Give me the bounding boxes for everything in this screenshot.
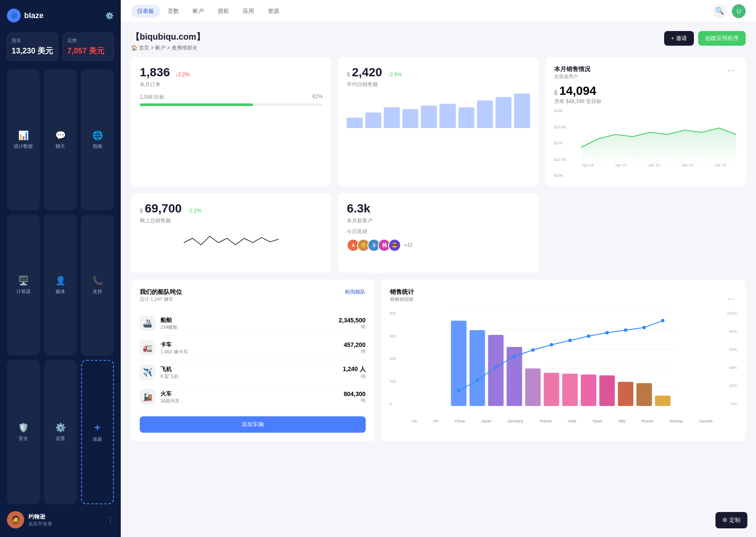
user-more-icon[interactable]: ⋮	[107, 516, 114, 524]
fleet-name-ship: 船舶	[160, 316, 333, 324]
customize-button[interactable]: ⚙ 定制	[715, 512, 747, 528]
avg-sales-value: 2,420	[352, 66, 382, 79]
fleet-link[interactable]: 检阅舰队	[345, 288, 366, 296]
svg-point-28	[624, 328, 627, 332]
monthly-sales-sub-text: 另有 $48,346 至目标	[554, 98, 737, 105]
sidebar-settings-icon[interactable]: ⚙️	[105, 12, 114, 20]
topnav-actions: 🔍 U	[713, 4, 746, 18]
sidebar-item-stats[interactable]: 📊 统计数据	[7, 69, 40, 210]
sidebar-item-media[interactable]: 👤 媒体	[44, 215, 77, 356]
tab-auth[interactable]: 授权	[212, 5, 235, 18]
tab-resources[interactable]: 资源	[262, 5, 285, 18]
avg-sales-change: ↑2.6%	[388, 72, 402, 78]
sidebar-item-guide[interactable]: 🌐 指南	[81, 69, 114, 210]
svg-rect-14	[580, 375, 596, 406]
monthly-sales-more[interactable]: ⋯	[725, 66, 737, 75]
fleet-value-plane: 1,240 人 吨	[343, 365, 366, 380]
fleet-unit-ship: 吨	[339, 324, 365, 330]
fleet-info-plane: 飞机 8 架飞机	[160, 365, 338, 380]
logo-mark: 🔵	[7, 9, 21, 22]
fleet-info-truck: 卡车 1,460 辆卡车	[160, 341, 339, 355]
monthly-sales-value: 14,094	[559, 84, 596, 97]
search-button[interactable]: 🔍	[713, 4, 727, 18]
bar-8	[477, 100, 493, 128]
target-pct: 62%	[312, 94, 323, 101]
ship-icon: 🚢	[140, 315, 155, 331]
user-name: 约翰逊	[28, 513, 103, 521]
monthly-sales-value-wrap: $ 14,094	[554, 84, 737, 98]
tab-dashboard[interactable]: 仪表板	[131, 5, 160, 18]
tab-accounts[interactable]: 帐户	[187, 5, 210, 18]
progress-fill	[140, 103, 253, 106]
fleet-value-ship: 2,345,500 吨	[339, 317, 365, 330]
svg-marker-0	[581, 128, 736, 165]
invite-button[interactable]: + 邀请	[664, 31, 694, 46]
ss-more-button[interactable]: ⋯	[725, 288, 737, 309]
heroes-section: 今日英雄 A 😊 S 韩 😎 +42	[347, 228, 530, 252]
fleet-unit-train: 吨	[344, 397, 366, 404]
sales-svg-chart	[404, 311, 721, 406]
sidebar-item-support[interactable]: 📞 支持	[81, 215, 114, 356]
x-Spain: Spain	[593, 419, 602, 423]
breadcrumb: 🏠 首页 > 帐户 > 奥弗维耶夫	[131, 44, 205, 52]
x-Russia: Russia	[642, 419, 654, 423]
page-header: 【biqubiqu.com】 🏠 首页 > 帐户 > 奥弗维耶夫 + 邀请 创建…	[131, 31, 746, 52]
x-France: France	[540, 419, 552, 423]
fleet-unit-plane: 吨	[343, 373, 366, 380]
x-UK: UK	[433, 419, 439, 423]
fleet-count-plane: 8 架飞机	[160, 373, 338, 380]
monthly-currency: $	[554, 89, 558, 96]
monthly-sales-header: 本月销售情况 全渠道用户 ⋯	[554, 66, 737, 80]
sidebar-item-calc[interactable]: 🖥️ 计算器	[7, 215, 40, 356]
fleet-unit-truck: 吨	[344, 348, 366, 355]
sidebar-item-add[interactable]: + 添新	[81, 360, 114, 504]
bottom-row: 我们的船队吨位 总计 1,247 辆车 检阅舰队 🚢 船舶 234艘船 2,34…	[131, 280, 746, 441]
fleet-card: 我们的船队吨位 总计 1,247 辆车 检阅舰队 🚢 船舶 234艘船 2,34…	[131, 280, 374, 441]
orders-change: ↓2.2%	[176, 72, 190, 78]
y-400: 400	[390, 356, 403, 361]
orders-card: 1,836 ↓2.2% 本月订单 1,048 目标 62%	[131, 57, 331, 186]
monthly-sales-sub: 全渠道用户	[554, 73, 590, 80]
total-sales-change: ↑2.2%	[187, 208, 201, 214]
user-role: 反应开发者	[28, 521, 103, 527]
media-label: 媒体	[56, 288, 65, 295]
y-label-3: $17k	[554, 141, 567, 145]
sidebar-item-settings[interactable]: ⚙️ 设置	[44, 360, 77, 504]
svg-point-29	[642, 326, 646, 329]
add-vehicle-button[interactable]: 添加车辆	[140, 416, 366, 433]
y-label-5: $10K	[554, 173, 567, 178]
media-icon: 👤	[55, 275, 66, 286]
security-icon: 🛡️	[18, 422, 29, 433]
heroes-avatars: A 😊 S 韩 😎 +42	[347, 239, 530, 252]
new-customers-header: 6.3k	[347, 202, 530, 215]
x-label-1: Apr 04	[582, 163, 594, 167]
orders-header: 1,836 ↓2.2%	[140, 66, 323, 79]
topnav-user-avatar[interactable]: U	[732, 4, 746, 18]
tab-apps[interactable]: 应用	[237, 5, 260, 18]
orders-target: 1,048 目标 62%	[140, 94, 323, 106]
y-20pct: 20%	[722, 384, 737, 388]
sidebar-item-security[interactable]: 🛡️ 安全	[7, 360, 40, 504]
fleet-title-wrap: 我们的船队吨位 总计 1,247 辆车	[140, 288, 182, 309]
bar-6	[439, 104, 455, 128]
fleet-tons-plane: 1,240 人	[343, 365, 366, 373]
home-crumb[interactable]: 🏠	[131, 45, 138, 51]
y-100pct: 100%	[722, 311, 737, 315]
x-Canada: Canada	[699, 419, 713, 423]
svg-point-26	[587, 334, 590, 338]
add-icon: +	[94, 421, 100, 434]
x-Norway: Norway	[670, 419, 683, 423]
monthly-chart: $24k $20.5K $17k $13.5K $10K	[554, 109, 737, 178]
sidebar-item-chat[interactable]: 💬 聊天	[44, 69, 77, 210]
svg-rect-7	[451, 321, 466, 406]
tab-pages[interactable]: 页数	[162, 5, 185, 18]
sales-chart-container: 800 600 400 200 0 100% 80% 60% 40% 20% 0…	[390, 311, 737, 423]
svg-point-22	[512, 355, 516, 358]
svg-point-30	[661, 319, 664, 322]
total-sales-chart	[140, 230, 323, 264]
fleet-tons-ship: 2,345,500	[339, 317, 365, 324]
x-Germany: Germany	[508, 419, 524, 423]
x-label-5: Apr 16	[715, 163, 726, 167]
create-app-button[interactable]: 创建应用程序	[698, 31, 746, 46]
sidebar-footer: 🧔 约翰逊 反应开发者 ⋮	[7, 504, 114, 528]
